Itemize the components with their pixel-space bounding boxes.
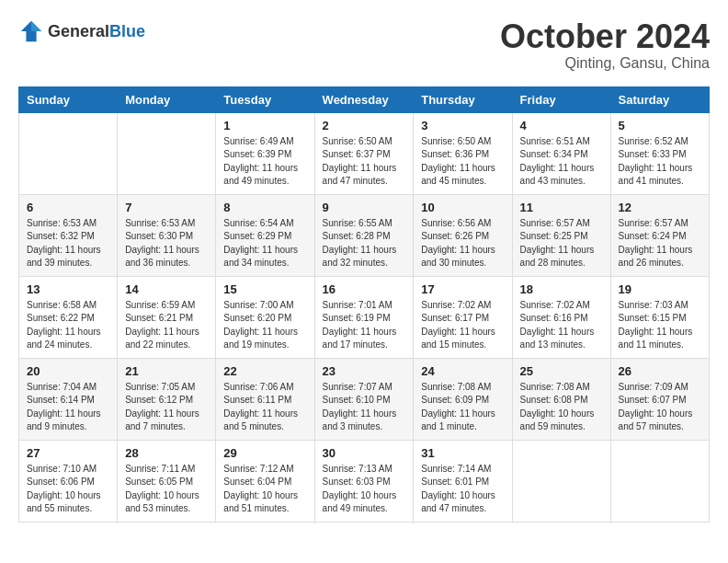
calendar-cell: 29Sunrise: 7:12 AMSunset: 6:04 PMDayligh… [216,440,314,522]
day-info: Sunrise: 7:08 AMSunset: 6:08 PMDaylight:… [520,381,603,434]
day-number: 24 [421,364,504,378]
weekday-header: Wednesday [314,86,414,112]
day-info: Sunrise: 6:52 AMSunset: 6:33 PMDaylight:… [619,135,701,189]
calendar-cell: 6Sunrise: 6:53 AMSunset: 6:32 PMDaylight… [19,194,118,276]
day-info: Sunrise: 7:03 AMSunset: 6:15 PMDaylight:… [619,299,701,352]
weekday-header: Sunday [19,86,118,112]
calendar-cell: 10Sunrise: 6:56 AMSunset: 6:26 PMDayligh… [414,194,512,276]
day-number: 27 [27,446,109,460]
calendar-cell: 1Sunrise: 6:49 AMSunset: 6:39 PMDaylight… [216,112,314,194]
day-number: 22 [223,364,306,378]
day-info: Sunrise: 6:53 AMSunset: 6:30 PMDaylight:… [125,217,208,270]
day-number: 21 [125,364,208,378]
day-info: Sunrise: 7:04 AMSunset: 6:14 PMDaylight:… [27,381,109,434]
day-number: 11 [520,201,603,214]
day-number: 2 [323,119,406,132]
day-number: 5 [619,119,701,132]
calendar-cell [610,440,709,522]
day-number: 7 [125,201,208,214]
calendar-cell: 20Sunrise: 7:04 AMSunset: 6:14 PMDayligh… [19,358,118,440]
calendar-cell: 24Sunrise: 7:08 AMSunset: 6:09 PMDayligh… [414,358,512,440]
calendar-cell: 17Sunrise: 7:02 AMSunset: 6:17 PMDayligh… [414,276,512,358]
page-header: GeneralBlue October 2024 Qinting, Gansu,… [18,18,710,72]
day-number: 6 [27,201,109,214]
day-info: Sunrise: 6:56 AMSunset: 6:26 PMDaylight:… [421,217,504,270]
calendar-cell: 27Sunrise: 7:10 AMSunset: 6:06 PMDayligh… [19,440,118,522]
calendar-cell [512,440,610,522]
day-info: Sunrise: 6:57 AMSunset: 6:24 PMDaylight:… [619,217,701,270]
calendar-week-row: 6Sunrise: 6:53 AMSunset: 6:32 PMDaylight… [19,194,710,276]
day-number: 30 [323,446,406,460]
calendar-cell: 14Sunrise: 6:59 AMSunset: 6:21 PMDayligh… [118,276,216,358]
calendar-cell: 7Sunrise: 6:53 AMSunset: 6:30 PMDaylight… [118,194,216,276]
day-number: 12 [619,201,701,214]
svg-marker-1 [31,21,41,31]
day-info: Sunrise: 7:01 AMSunset: 6:19 PMDaylight:… [323,299,406,352]
calendar-cell: 25Sunrise: 7:08 AMSunset: 6:08 PMDayligh… [512,358,610,440]
day-number: 16 [323,282,406,296]
day-info: Sunrise: 7:07 AMSunset: 6:10 PMDaylight:… [323,381,406,434]
day-number: 4 [520,119,603,132]
calendar-cell: 4Sunrise: 6:51 AMSunset: 6:34 PMDaylight… [512,112,610,194]
day-number: 17 [421,282,504,296]
day-number: 3 [421,119,504,132]
logo-icon [18,18,44,44]
logo: GeneralBlue [18,18,145,44]
day-number: 19 [619,282,701,296]
day-info: Sunrise: 7:12 AMSunset: 6:04 PMDaylight:… [223,463,306,516]
calendar-cell: 26Sunrise: 7:09 AMSunset: 6:07 PMDayligh… [610,358,709,440]
day-number: 8 [223,201,306,214]
weekday-header-row: SundayMondayTuesdayWednesdayThursdayFrid… [19,86,710,112]
day-info: Sunrise: 7:02 AMSunset: 6:16 PMDaylight:… [520,299,603,352]
day-number: 9 [323,201,406,214]
day-number: 10 [421,201,504,214]
day-number: 14 [125,282,208,296]
calendar-cell: 2Sunrise: 6:50 AMSunset: 6:37 PMDaylight… [314,112,414,194]
calendar-cell [19,112,118,194]
day-number: 20 [27,364,109,378]
calendar-table: SundayMondayTuesdayWednesdayThursdayFrid… [18,86,710,523]
calendar-cell: 12Sunrise: 6:57 AMSunset: 6:24 PMDayligh… [610,194,709,276]
calendar-cell: 8Sunrise: 6:54 AMSunset: 6:29 PMDaylight… [216,194,314,276]
calendar-cell: 19Sunrise: 7:03 AMSunset: 6:15 PMDayligh… [610,276,709,358]
calendar-cell: 23Sunrise: 7:07 AMSunset: 6:10 PMDayligh… [314,358,414,440]
logo-general: General [48,22,109,40]
location-title: Qinting, Gansu, China [500,55,710,72]
calendar-week-row: 20Sunrise: 7:04 AMSunset: 6:14 PMDayligh… [19,358,710,440]
day-number: 15 [223,282,306,296]
calendar-cell: 3Sunrise: 6:50 AMSunset: 6:36 PMDaylight… [414,112,512,194]
day-info: Sunrise: 6:50 AMSunset: 6:37 PMDaylight:… [323,135,406,189]
weekday-header: Saturday [610,86,709,112]
day-info: Sunrise: 7:05 AMSunset: 6:12 PMDaylight:… [125,381,208,434]
calendar-cell: 18Sunrise: 7:02 AMSunset: 6:16 PMDayligh… [512,276,610,358]
day-info: Sunrise: 7:06 AMSunset: 6:11 PMDaylight:… [223,381,306,434]
calendar-week-row: 13Sunrise: 6:58 AMSunset: 6:22 PMDayligh… [19,276,710,358]
day-info: Sunrise: 6:57 AMSunset: 6:25 PMDaylight:… [520,217,603,270]
day-info: Sunrise: 7:10 AMSunset: 6:06 PMDaylight:… [27,463,109,516]
day-number: 18 [520,282,603,296]
calendar-cell: 31Sunrise: 7:14 AMSunset: 6:01 PMDayligh… [414,440,512,522]
calendar-week-row: 1Sunrise: 6:49 AMSunset: 6:39 PMDaylight… [19,112,710,194]
calendar-cell [118,112,216,194]
day-info: Sunrise: 7:14 AMSunset: 6:01 PMDaylight:… [421,463,504,516]
day-info: Sunrise: 7:08 AMSunset: 6:09 PMDaylight:… [421,381,504,434]
weekday-header: Monday [118,86,216,112]
day-info: Sunrise: 6:51 AMSunset: 6:34 PMDaylight:… [520,135,603,189]
calendar-cell: 22Sunrise: 7:06 AMSunset: 6:11 PMDayligh… [216,358,314,440]
calendar-cell: 9Sunrise: 6:55 AMSunset: 6:28 PMDaylight… [314,194,414,276]
weekday-header: Thursday [414,86,512,112]
calendar-cell: 16Sunrise: 7:01 AMSunset: 6:19 PMDayligh… [314,276,414,358]
logo-blue: Blue [109,22,145,40]
month-title: October 2024 [500,18,710,55]
calendar-cell: 28Sunrise: 7:11 AMSunset: 6:05 PMDayligh… [118,440,216,522]
calendar-cell: 15Sunrise: 7:00 AMSunset: 6:20 PMDayligh… [216,276,314,358]
calendar-week-row: 27Sunrise: 7:10 AMSunset: 6:06 PMDayligh… [19,440,710,522]
day-info: Sunrise: 6:58 AMSunset: 6:22 PMDaylight:… [27,299,109,352]
day-info: Sunrise: 7:00 AMSunset: 6:20 PMDaylight:… [223,299,306,352]
day-info: Sunrise: 6:53 AMSunset: 6:32 PMDaylight:… [27,217,109,270]
day-number: 31 [421,446,504,460]
day-info: Sunrise: 6:54 AMSunset: 6:29 PMDaylight:… [223,217,306,270]
day-number: 25 [520,364,603,378]
weekday-header: Tuesday [216,86,314,112]
calendar-cell: 30Sunrise: 7:13 AMSunset: 6:03 PMDayligh… [314,440,414,522]
